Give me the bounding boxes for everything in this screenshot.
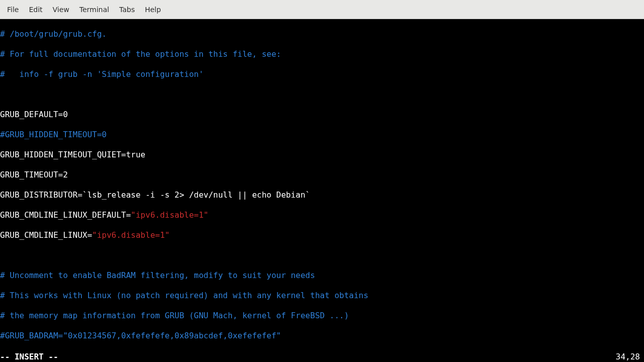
code-line: # For full documentation of the options … bbox=[0, 49, 281, 59]
vim-status-bar: -- INSERT -- 34,28 bbox=[0, 352, 644, 362]
code-line: GRUB_HIDDEN_TIMEOUT_QUIET=true bbox=[0, 150, 145, 159]
code-string: "ipv6.disable=1" bbox=[92, 230, 170, 240]
code-line: GRUB_DISTRIBUTOR=`lsb_release -i -s 2> /… bbox=[0, 190, 310, 200]
menubar: File Edit View Terminal Tabs Help bbox=[0, 0, 644, 19]
menu-view[interactable]: View bbox=[49, 5, 73, 15]
code-line: #GRUB_HIDDEN_TIMEOUT=0 bbox=[0, 130, 107, 139]
vim-mode: -- INSERT -- bbox=[0, 352, 58, 362]
terminal-viewport[interactable]: # /boot/grub/grub.cfg. # For full docume… bbox=[0, 19, 644, 362]
vim-position: 34,28 bbox=[616, 352, 644, 362]
code-line: # the memory map information from GRUB (… bbox=[0, 311, 349, 320]
code-string: "ipv6.disable=1" bbox=[131, 210, 208, 220]
menu-file[interactable]: File bbox=[3, 5, 23, 15]
menu-help[interactable]: Help bbox=[141, 5, 165, 15]
code-line: GRUB_CMDLINE_LINUX_DEFAULT= bbox=[0, 210, 131, 220]
code-line: #GRUB_BADRAM="0x01234567,0xfefefefe,0x89… bbox=[0, 331, 281, 340]
code-line: # Uncomment to enable BadRAM filtering, … bbox=[0, 270, 315, 280]
menu-terminal[interactable]: Terminal bbox=[75, 5, 113, 15]
code-line: GRUB_CMDLINE_LINUX= bbox=[0, 230, 92, 240]
menu-tabs[interactable]: Tabs bbox=[115, 5, 139, 15]
code-line: GRUB_DEFAULT=0 bbox=[0, 110, 68, 119]
code-line: # info -f grub -n 'Simple configuration' bbox=[0, 69, 204, 79]
code-line: # /boot/grub/grub.cfg. bbox=[0, 29, 107, 39]
code-line: GRUB_TIMEOUT=2 bbox=[0, 170, 68, 179]
menu-edit[interactable]: Edit bbox=[25, 5, 46, 15]
code-line: # This works with Linux (no patch requir… bbox=[0, 291, 368, 300]
